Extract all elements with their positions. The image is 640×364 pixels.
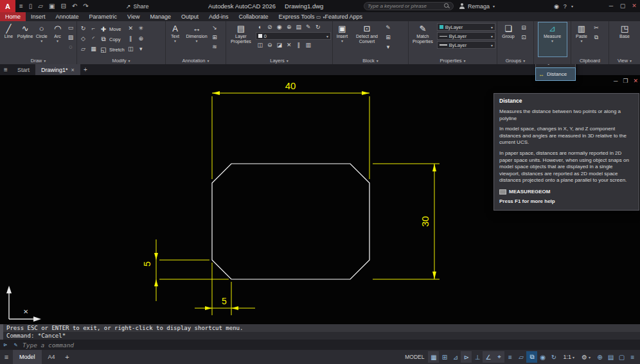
new-layout-button[interactable]: + bbox=[62, 353, 73, 361]
doc-restore-button[interactable]: ❐ bbox=[623, 78, 628, 84]
tab-start[interactable]: Start bbox=[12, 64, 35, 75]
file-tabs-menu-icon[interactable]: ≡ bbox=[0, 64, 12, 75]
tab-insert[interactable]: Insert bbox=[26, 12, 51, 21]
rectangle-icon[interactable]: ▭ bbox=[66, 24, 75, 31]
model-tab[interactable]: Model bbox=[13, 350, 42, 364]
move-button[interactable]: ✚ Move bbox=[100, 24, 125, 33]
ellipse-icon[interactable]: ◌ bbox=[66, 43, 75, 51]
chamfered-rectangle-object[interactable] bbox=[212, 164, 369, 279]
scale-icon[interactable]: ▱ bbox=[78, 44, 88, 54]
layer-properties-button[interactable]: ▤ Layer Properties bbox=[227, 22, 254, 56]
group-edit-icon[interactable]: ⊡ bbox=[519, 33, 528, 41]
command-customize-icon[interactable]: ⊳ bbox=[2, 342, 9, 348]
doc-close-button[interactable]: ✕ bbox=[633, 78, 638, 84]
layer-lock-icon[interactable]: ⊖ bbox=[265, 41, 274, 49]
measure-button[interactable]: ⊿ Measure ▾ bbox=[538, 22, 567, 56]
notification-icon[interactable]: ◉ bbox=[554, 3, 559, 10]
break-icon[interactable]: ◫ bbox=[126, 44, 136, 54]
match-properties-button[interactable]: ✎ Match Properties bbox=[410, 22, 436, 56]
autoscale-icon[interactable]: ↻ bbox=[548, 351, 559, 363]
layer-off-icon[interactable]: ◐ bbox=[256, 23, 265, 31]
array-icon[interactable]: ▦ bbox=[89, 44, 98, 54]
ortho-mode-icon[interactable]: ⊥ bbox=[472, 351, 483, 363]
annotation-visibility-icon[interactable]: ◉ bbox=[537, 351, 548, 363]
dimension-button[interactable]: ↔ Dimension ▾ bbox=[184, 22, 209, 56]
annotation-scale-button[interactable]: 1:1 ▾ bbox=[560, 354, 578, 360]
mtext-icon[interactable]: ≋ bbox=[210, 43, 219, 51]
layer-state-icon[interactable]: ▤ bbox=[294, 23, 303, 31]
save-icon[interactable]: ▣ bbox=[49, 3, 55, 10]
block-create-icon[interactable]: ⊞ bbox=[384, 33, 393, 41]
distance-menu-item[interactable]: ↔ Distance bbox=[536, 68, 575, 80]
base-button[interactable]: ◳ Base bbox=[614, 22, 636, 56]
statusbar-menu-icon[interactable]: ≡ bbox=[0, 353, 13, 361]
offset-icon[interactable]: ∥ bbox=[126, 34, 136, 44]
clipboard-panel-label[interactable]: Clipboard bbox=[571, 56, 609, 64]
layer-walk-icon[interactable]: ◪ bbox=[275, 41, 284, 49]
layout-tab-a4[interactable]: A4 bbox=[42, 350, 62, 364]
copy-clip-icon[interactable]: ⧉ bbox=[592, 33, 601, 41]
polar-tracking-icon[interactable]: ∠ bbox=[483, 351, 493, 363]
circle-button[interactable]: ○ Circle ▾ bbox=[34, 22, 49, 56]
plot-icon[interactable]: ⊟ bbox=[61, 3, 66, 10]
mirror-icon[interactable]: ◇ bbox=[78, 34, 88, 44]
close-button[interactable]: ✕ bbox=[628, 0, 640, 12]
table-icon[interactable]: ⊞ bbox=[210, 33, 219, 41]
hatch-icon[interactable]: ▨ bbox=[66, 33, 75, 41]
redo-icon[interactable]: ↷ bbox=[83, 3, 88, 10]
tab-drawing1[interactable]: Drawing1* × bbox=[35, 64, 80, 75]
grid-icon[interactable]: ▦ bbox=[428, 351, 439, 363]
draw-panel-label[interactable]: Draw ▾ bbox=[0, 56, 76, 64]
erase-icon[interactable]: ✕ bbox=[126, 24, 136, 33]
stretch-button[interactable]: ◱ Stretch bbox=[100, 45, 125, 54]
modify-panel-label[interactable]: Modify ▾ bbox=[77, 56, 165, 64]
leader-icon[interactable]: ↘ bbox=[210, 24, 219, 31]
annotation-monitor-icon[interactable]: ⊕ bbox=[594, 351, 605, 363]
customization-icon[interactable]: ≡ bbox=[627, 351, 638, 363]
layer-delete-icon[interactable]: ✕ bbox=[285, 41, 294, 49]
block-panel-label[interactable]: Block ▾ bbox=[333, 56, 408, 64]
minimize-button[interactable]: ─ bbox=[605, 0, 617, 12]
command-recent-icon[interactable]: ✎ bbox=[12, 342, 19, 348]
ungroup-icon[interactable]: ⊟ bbox=[519, 24, 528, 31]
quick-properties-icon[interactable]: ▤ bbox=[605, 351, 616, 363]
tab-annotate[interactable]: Annotate bbox=[51, 12, 84, 21]
doc-minimize-button[interactable]: ─ bbox=[614, 78, 618, 84]
object-snap-icon[interactable]: ⌖ bbox=[493, 351, 504, 363]
maximize-button[interactable]: ▢ bbox=[617, 0, 628, 12]
selection-cycling-icon[interactable]: ⧉ bbox=[526, 351, 537, 363]
text-button[interactable]: A Text ▾ bbox=[167, 22, 183, 56]
app-menu-icon[interactable]: ≡ bbox=[19, 3, 23, 10]
tab-manage[interactable]: Manage bbox=[145, 12, 176, 21]
model-space-label[interactable]: MODEL bbox=[405, 354, 424, 360]
undo-icon[interactable]: ↶ bbox=[72, 3, 77, 10]
modify-more-icon[interactable]: ▾ bbox=[136, 44, 146, 54]
tab-add-ins[interactable]: Add-ins bbox=[204, 12, 234, 21]
layer-isolate-icon[interactable]: ◉ bbox=[275, 23, 284, 31]
layer-previous-icon[interactable]: ∥ bbox=[294, 41, 303, 49]
detect-convert-button[interactable]: ⊡ Detect and Convert bbox=[351, 22, 382, 56]
help-button[interactable]: ? bbox=[564, 3, 567, 10]
dynamic-input-icon[interactable]: ⊳ bbox=[461, 351, 472, 363]
block-more-icon[interactable]: ▾ bbox=[384, 43, 393, 51]
join-icon[interactable]: ⊕ bbox=[136, 34, 146, 44]
share-button[interactable]: ↗ Share bbox=[126, 0, 149, 12]
tab-featured-apps[interactable]: Featured Apps bbox=[319, 12, 368, 21]
ribbon-collapse-button[interactable]: ▭ ▾ bbox=[316, 12, 325, 21]
layer-refresh-icon[interactable]: ↻ bbox=[314, 23, 323, 31]
layer-unisolate-icon[interactable]: ⊕ bbox=[285, 23, 294, 31]
lineweight-select[interactable]: ByLayer ▾ bbox=[437, 41, 495, 49]
group-button[interactable]: ❏ Group bbox=[499, 22, 518, 56]
polyline-button[interactable]: ∿ Polyline bbox=[17, 22, 33, 56]
block-edit-icon[interactable]: ✎ bbox=[384, 24, 393, 31]
new-drawing-icon[interactable]: ▯ bbox=[29, 3, 33, 10]
close-tab-icon[interactable]: × bbox=[71, 67, 75, 73]
search-input[interactable] bbox=[368, 3, 442, 9]
transparency-icon[interactable]: ▱ bbox=[515, 351, 526, 363]
tab-output[interactable]: Output bbox=[176, 12, 204, 21]
layer-freeze-icon[interactable]: ⊘ bbox=[265, 23, 274, 31]
autocad-logo[interactable]: A bbox=[0, 0, 15, 12]
tab-collaborate[interactable]: Collaborate bbox=[234, 12, 274, 21]
snap-mode-icon[interactable]: ⊞ bbox=[439, 351, 450, 363]
tab-home[interactable]: Home bbox=[0, 12, 26, 21]
